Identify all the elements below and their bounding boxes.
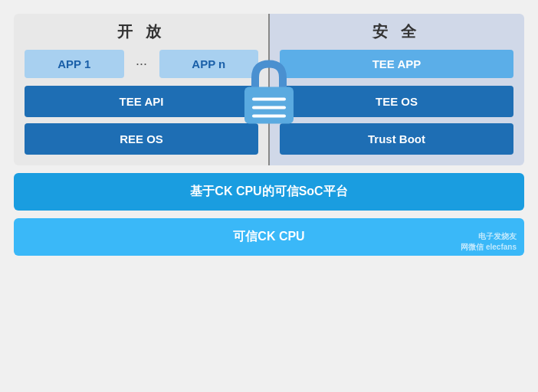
soc-bar: 基于CK CPU的可信SoC平台 <box>14 173 524 211</box>
tee-app-box: TEE APP <box>280 50 513 78</box>
ree-os-bar: REE OS <box>25 123 258 155</box>
left-panel: 开 放 APP 1 ··· APP n TEE API REE OS <box>14 14 269 165</box>
app1-box: APP 1 <box>25 50 124 78</box>
cpu-bar: 可信CK CPU 电子发烧友 网微信 elecfans <box>14 218 524 256</box>
left-title: 开 放 <box>25 21 258 42</box>
watermark-line1: 电子发烧友 <box>461 231 517 242</box>
tee-os-bar: TEE OS <box>280 86 513 117</box>
dots-label: ··· <box>130 50 153 78</box>
main-wrapper: 开 放 APP 1 ··· APP n TEE API REE OS <box>14 14 524 256</box>
app-row: APP 1 ··· APP n <box>25 50 258 78</box>
svg-rect-0 <box>244 87 294 123</box>
lock-icon <box>241 59 297 128</box>
cpu-bar-label: 可信CK CPU <box>233 230 304 243</box>
trust-boot-bar: Trust Boot <box>280 123 513 155</box>
right-panel: 安 全 TEE APP TEE OS Trust Boot <box>269 14 524 165</box>
watermark-line2: 网微信 elecfans <box>461 242 517 253</box>
top-area: 开 放 APP 1 ··· APP n TEE API REE OS <box>14 14 524 165</box>
right-title: 安 全 <box>280 21 513 42</box>
watermark: 电子发烧友 网微信 elecfans <box>461 231 517 253</box>
tee-api-bar: TEE API <box>25 86 258 117</box>
